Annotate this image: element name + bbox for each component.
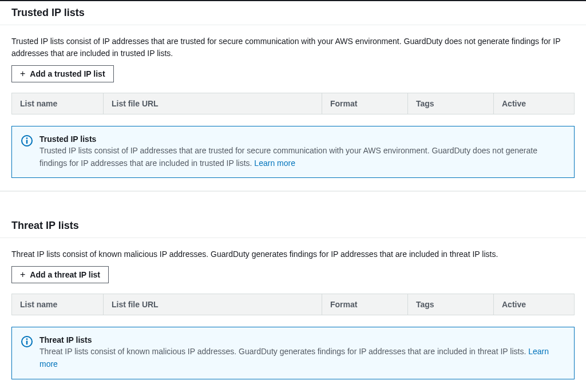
trusted-description: Trusted IP lists consist of IP addresses… <box>11 35 575 60</box>
threat-ip-section: Threat IP lists Threat IP lists consist … <box>0 214 586 392</box>
trusted-title: Trusted IP lists <box>11 7 575 19</box>
threat-info-box: Threat IP lists Threat IP lists consist … <box>11 327 575 379</box>
col-tags[interactable]: Tags <box>408 294 494 315</box>
trusted-info-text: Trusted IP lists consist of IP addresses… <box>39 145 565 169</box>
plus-icon: + <box>20 270 25 279</box>
col-format[interactable]: Format <box>322 294 408 315</box>
svg-point-1 <box>26 137 28 139</box>
col-active[interactable]: Active <box>494 93 574 114</box>
plus-icon: + <box>20 69 25 78</box>
trusted-table: List name List file URL Format Tags Acti… <box>11 93 575 178</box>
trusted-header: Trusted IP lists <box>0 1 586 25</box>
trusted-info-title: Trusted IP lists <box>39 134 565 144</box>
col-list-name[interactable]: List name <box>12 93 104 114</box>
section-gap <box>0 191 586 214</box>
add-trusted-ip-button[interactable]: + Add a trusted IP list <box>11 65 114 82</box>
threat-header: Threat IP lists <box>0 214 586 238</box>
trusted-table-header: List name List file URL Format Tags Acti… <box>11 93 575 114</box>
threat-table-header: List name List file URL Format Tags Acti… <box>11 294 575 315</box>
col-list-name[interactable]: List name <box>12 294 104 315</box>
info-icon <box>21 336 33 347</box>
add-trusted-label: Add a trusted IP list <box>30 69 105 78</box>
col-active[interactable]: Active <box>494 294 574 315</box>
col-list-url[interactable]: List file URL <box>104 294 322 315</box>
trusted-body: Trusted IP lists consist of IP addresses… <box>0 25 586 191</box>
svg-rect-5 <box>26 341 27 345</box>
svg-point-4 <box>26 339 28 340</box>
threat-info-text: Threat IP lists consist of known malicio… <box>39 346 565 370</box>
col-format[interactable]: Format <box>322 93 408 114</box>
col-tags[interactable]: Tags <box>408 93 494 114</box>
trusted-ip-section: Trusted IP lists Trusted IP lists consis… <box>0 1 586 191</box>
threat-table: List name List file URL Format Tags Acti… <box>11 294 575 379</box>
threat-body: Threat IP lists consist of known malicio… <box>0 238 586 391</box>
threat-title: Threat IP lists <box>11 220 575 232</box>
add-threat-ip-button[interactable]: + Add a threat IP list <box>11 266 109 283</box>
threat-info-content: Threat IP lists Threat IP lists consist … <box>39 335 565 370</box>
threat-info-title: Threat IP lists <box>39 335 565 345</box>
threat-description: Threat IP lists consist of known malicio… <box>11 248 575 260</box>
col-list-url[interactable]: List file URL <box>104 93 322 114</box>
threat-info-body: Threat IP lists consist of known malicio… <box>39 347 528 356</box>
trusted-info-content: Trusted IP lists Trusted IP lists consis… <box>39 134 565 169</box>
trusted-learn-more-link[interactable]: Learn more <box>254 159 295 168</box>
info-icon <box>21 135 33 146</box>
svg-rect-2 <box>26 140 27 144</box>
trusted-info-box: Trusted IP lists Trusted IP lists consis… <box>11 126 575 178</box>
add-threat-label: Add a threat IP list <box>30 270 100 279</box>
